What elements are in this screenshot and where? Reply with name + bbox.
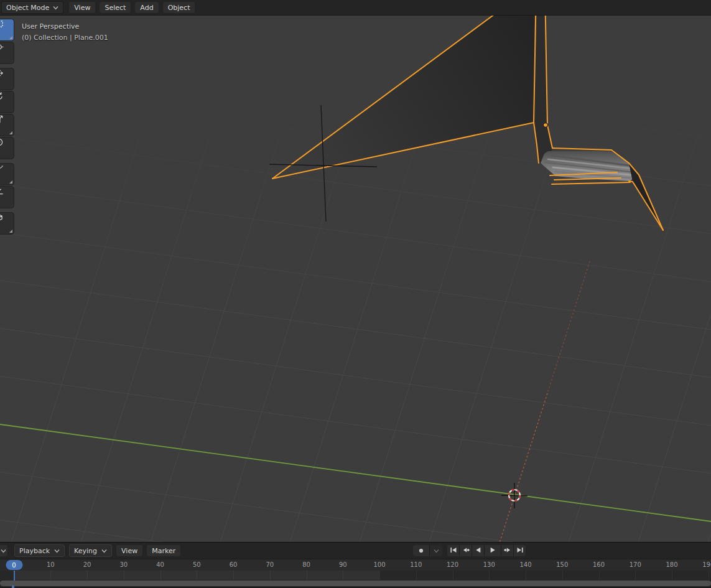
timeline-ruler[interactable]: 0 10203040506070809010011012013014015016… xyxy=(0,559,711,571)
frame-tick-40: 40 xyxy=(156,561,164,568)
jump-to-start-icon xyxy=(449,546,458,556)
transport-controls xyxy=(447,545,526,556)
viewport-header: Object Mode ViewSelectAddObject xyxy=(0,0,711,16)
channel-gridline xyxy=(562,571,563,580)
timeline-scrollbar-track xyxy=(0,580,711,587)
timeline-menu-view[interactable]: View xyxy=(116,545,142,556)
toolbar xyxy=(0,19,14,234)
world-axis-y xyxy=(0,424,711,521)
mesh-tail-face xyxy=(629,163,663,230)
frame-tick-160: 160 xyxy=(593,561,605,568)
object-origin-dot xyxy=(544,123,548,128)
jump-to-end-button[interactable] xyxy=(514,545,526,556)
playhead-foot-marker xyxy=(12,586,14,588)
play-reverse-icon xyxy=(474,546,483,556)
tool-move[interactable] xyxy=(0,68,14,90)
mode-selector-dropdown[interactable]: Object Mode xyxy=(1,1,63,14)
timeline-menu-marker[interactable]: Marker xyxy=(147,545,180,556)
channel-gridline xyxy=(416,571,417,580)
tool-rotate[interactable] xyxy=(0,91,14,113)
editor-type-dropdown[interactable] xyxy=(0,545,7,556)
frame-tick-110: 110 xyxy=(410,561,422,568)
frame-tick-180: 180 xyxy=(666,561,677,568)
chevron-down-icon xyxy=(53,6,58,10)
frame-tick-60: 60 xyxy=(230,561,238,568)
channel-gridline xyxy=(489,571,490,580)
frame-tick-70: 70 xyxy=(266,561,274,568)
frame-tick-80: 80 xyxy=(302,561,310,568)
channel-gridline xyxy=(197,571,197,580)
frame-tick-130: 130 xyxy=(483,561,495,568)
channel-gridline xyxy=(307,571,307,580)
tool-measure[interactable] xyxy=(0,187,14,208)
menu-object[interactable]: Object xyxy=(163,2,195,13)
viewport-text-overlay: User Perspective (0) Collection | Plane.… xyxy=(22,21,108,44)
chevron-down-icon xyxy=(101,549,107,553)
next-keyframe-button[interactable] xyxy=(501,545,513,556)
selected-mesh-plane-001[interactable] xyxy=(269,0,663,230)
channel-gridline xyxy=(124,571,124,580)
keying-options-button[interactable] xyxy=(430,545,442,556)
frame-tick-100: 100 xyxy=(373,561,385,568)
frame-tick-90: 90 xyxy=(339,561,347,568)
frame-tick-120: 120 xyxy=(447,561,458,568)
tool-annotate[interactable] xyxy=(0,164,14,185)
auto-keying-group xyxy=(413,545,442,556)
timeline-channel-area[interactable] xyxy=(0,571,711,580)
previous-keyframe-icon xyxy=(462,546,470,556)
timeline-scrollbar-handle[interactable] xyxy=(0,581,711,586)
world-axis-x xyxy=(491,393,547,542)
channel-gridline xyxy=(526,571,526,580)
frame-tick-50: 50 xyxy=(193,561,201,568)
frame-tick-150: 150 xyxy=(556,561,568,568)
frame-tick-10: 10 xyxy=(47,561,55,568)
play-forward-button[interactable] xyxy=(485,545,501,556)
frame-tick-140: 140 xyxy=(519,561,531,568)
current-frame-value: 0 xyxy=(12,562,16,569)
channel-gridline xyxy=(233,571,234,580)
auto-keying-record-button[interactable] xyxy=(413,545,429,556)
channel-gridline xyxy=(599,571,600,580)
previous-keyframe-button[interactable] xyxy=(460,545,472,556)
current-frame-badge[interactable]: 0 xyxy=(6,560,22,570)
world-axis-x-far xyxy=(547,261,590,393)
record-circle-icon xyxy=(417,547,425,554)
jump-to-end-icon xyxy=(516,546,524,556)
menu-view[interactable]: View xyxy=(69,2,95,13)
tool-cursor[interactable] xyxy=(0,42,14,63)
chevron-down-icon xyxy=(1,549,6,553)
next-keyframe-icon xyxy=(503,546,512,556)
channel-gridline xyxy=(87,571,88,580)
playhead-line[interactable] xyxy=(14,571,15,581)
menu-add[interactable]: Add xyxy=(135,2,158,13)
timeline-header: PlaybackKeyingViewMarker xyxy=(0,543,711,559)
floor-grid xyxy=(0,0,711,542)
viewport-3d[interactable]: User Perspective (0) Collection | Plane.… xyxy=(0,0,711,542)
play-reverse-button[interactable] xyxy=(472,545,484,556)
timeline-menu-playback[interactable]: Playback xyxy=(14,544,65,557)
channel-gridline xyxy=(635,571,636,580)
channel-gridline xyxy=(270,571,271,580)
mode-selector-label: Object Mode xyxy=(6,4,49,12)
channel-gridline xyxy=(50,571,51,580)
channel-gridline xyxy=(160,571,161,580)
tool-add-cube[interactable] xyxy=(0,213,14,234)
timeline-menu-keying[interactable]: Keying xyxy=(69,544,112,557)
channel-gridline xyxy=(379,571,380,580)
top-menubar: ViewSelectAddObject xyxy=(69,2,195,13)
chevron-down-icon xyxy=(434,549,439,553)
viewport-scene xyxy=(0,0,711,542)
tool-tweak-select[interactable] xyxy=(0,19,14,40)
timeline-menubar: PlaybackKeyingViewMarker xyxy=(14,544,180,557)
view-perspective-label: User Perspective xyxy=(22,21,108,32)
channel-gridline xyxy=(672,571,672,580)
channel-gridline xyxy=(709,571,709,580)
menu-select[interactable]: Select xyxy=(100,2,131,13)
channel-gridline xyxy=(343,571,343,580)
frame-tick-20: 20 xyxy=(83,561,91,568)
timeline-editor: PlaybackKeyingViewMarker 0 102030 xyxy=(0,542,711,588)
tool-transform[interactable] xyxy=(0,138,14,159)
tool-scale[interactable] xyxy=(0,114,14,136)
chevron-down-icon xyxy=(54,549,60,553)
jump-to-start-button[interactable] xyxy=(447,545,459,556)
